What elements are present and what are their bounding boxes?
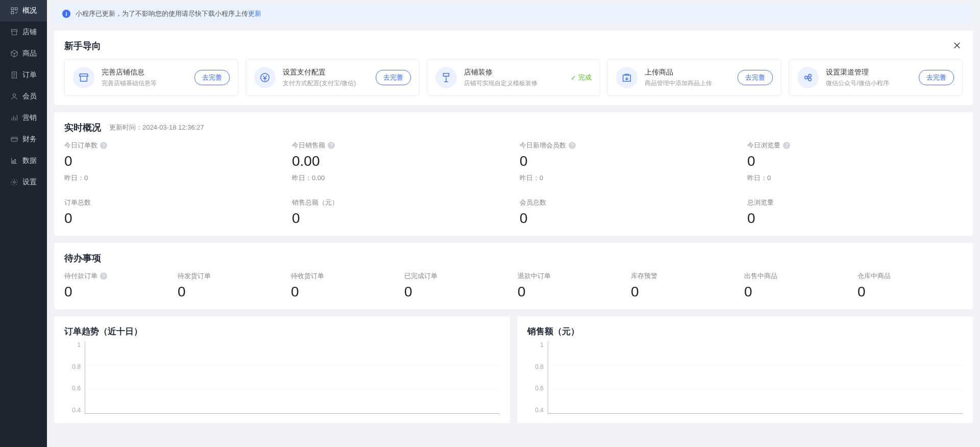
todo-refunding[interactable]: 退款中订单 0 [518, 271, 623, 300]
y-tick: 0.8 [72, 363, 81, 370]
chart-title: 订单趋势（近十日） [64, 326, 500, 337]
sidebar-item-label: 店铺 [22, 28, 37, 37]
todo-completed[interactable]: 已完成订单 0 [404, 271, 509, 300]
stat-label: 订单总数 [64, 198, 91, 207]
settings-icon [10, 178, 18, 186]
sidebar-item-goods[interactable]: 商品 [0, 43, 47, 64]
todo-stock-warning[interactable]: 库存预警 0 [631, 271, 736, 300]
sidebar-item-shop[interactable]: 店铺 [0, 21, 47, 43]
stat-today-sales: 今日销售额? 0.00 昨日：0.00 [292, 141, 507, 183]
help-icon[interactable]: ? [100, 142, 107, 149]
todo-pending-ship[interactable]: 待发货订单 0 [178, 271, 283, 300]
guide-row: 完善店铺信息 完善店铺基础信息等 去完善 设置支付配置 支付方式配置(支付宝/微… [64, 59, 963, 96]
chart-orders-trend: 订单趋势（近十日） 1 0.8 0.6 0.4 [54, 316, 510, 423]
svg-rect-12 [11, 137, 17, 141]
realtime-title: 实时概况 [64, 121, 101, 134]
guide-action-button[interactable]: 去完善 [919, 70, 954, 85]
sidebar-item-data[interactable]: 数据 [0, 150, 47, 171]
todo-value: 0 [631, 284, 736, 300]
guide-item-payment: 设置支付配置 支付方式配置(支付宝/微信) 去完善 [246, 59, 420, 96]
guide-action-button[interactable]: 去完善 [376, 70, 411, 85]
guide-item-desc: 支付方式配置(支付宝/微信) [283, 79, 369, 88]
guide-item-title: 店铺装修 [464, 68, 564, 77]
todo-grid: 待付款订单? 0 待发货订单 0 待收货订单 0 已完成订单 0 退款中订单 [64, 271, 963, 300]
content-scroll[interactable]: 新手导向 完善店铺信息 完善店铺基础信息等 去完善 设 [47, 23, 980, 447]
help-icon[interactable]: ? [328, 142, 335, 149]
stat-label: 销售总额（元） [292, 198, 338, 207]
order-icon [10, 71, 18, 79]
svg-point-7 [13, 94, 15, 96]
svg-point-26 [805, 76, 808, 79]
stat-sub-value: 0 [540, 174, 543, 182]
todo-value: 0 [178, 284, 283, 300]
close-icon [952, 41, 962, 52]
help-icon[interactable]: ? [569, 142, 576, 149]
svg-point-27 [808, 74, 812, 78]
guide-item-desc: 微信公众号/微信小程序 [826, 79, 912, 88]
guide-close-button[interactable] [951, 40, 963, 52]
stat-value: 0 [292, 210, 507, 227]
sidebar-item-orders[interactable]: 订单 [0, 64, 47, 86]
todo-pending-payment[interactable]: 待付款订单? 0 [64, 271, 169, 300]
guide-item-title: 设置渠道管理 [826, 68, 912, 77]
guide-item-desc: 完善店铺基础信息等 [102, 79, 187, 88]
sidebar-item-label: 营销 [22, 113, 37, 122]
chart-row: 订单趋势（近十日） 1 0.8 0.6 0.4 销售额（元） 1 0. [54, 316, 973, 423]
stat-value: 0 [64, 153, 280, 169]
sidebar-item-overview[interactable]: 概况 [0, 0, 47, 21]
sidebar-item-label: 数据 [22, 156, 37, 165]
main: i 小程序已更新，为了不影响您的使用请尽快下载小程序上传更新 新手导向 完善店铺… [47, 0, 980, 447]
guide-done-label: 完成 [578, 73, 592, 82]
chart-plot [548, 341, 963, 414]
todo-pending-receive[interactable]: 待收货订单 0 [291, 271, 396, 300]
data-icon [10, 157, 18, 165]
help-icon[interactable]: ? [783, 142, 790, 149]
sidebar-item-settings[interactable]: 设置 [0, 171, 47, 193]
stat-value: 0 [747, 210, 963, 227]
sidebar-item-marketing[interactable]: 营销 [0, 107, 47, 129]
check-icon: ✓ [571, 74, 576, 82]
sidebar: 概况 店铺 商品 订单 会员 营销 财务 数据 设置 [0, 0, 47, 447]
stat-value: 0 [64, 210, 280, 227]
sidebar-item-label: 商品 [22, 49, 37, 58]
update-alert: i 小程序已更新，为了不影响您的使用请尽快下载小程序上传更新 [54, 4, 973, 23]
sidebar-item-members[interactable]: 会员 [0, 86, 47, 107]
guide-title: 新手导向 [64, 40, 101, 52]
todo-card: 待办事项 待付款订单? 0 待发货订单 0 待收货订单 0 已完成订单 0 [54, 243, 973, 309]
svg-rect-17 [15, 159, 16, 163]
upload-icon [616, 67, 638, 88]
stat-sub-prefix: 昨日： [64, 174, 84, 182]
sidebar-item-finance[interactable]: 财务 [0, 129, 47, 150]
todo-in-warehouse[interactable]: 仓库中商品 0 [857, 271, 963, 300]
chart-y-axis: 1 0.8 0.6 0.4 [64, 341, 85, 414]
stat-total-sales: 销售总额（元） 0 [292, 198, 507, 227]
stat-sub-value: 0 [84, 174, 88, 182]
chart-y-axis: 1 0.8 0.6 0.4 [527, 341, 548, 414]
todo-value: 0 [744, 284, 849, 300]
chart-title: 销售额（元） [527, 326, 963, 337]
stat-total-members: 会员总数 0 [520, 198, 735, 227]
svg-line-30 [807, 78, 809, 79]
realtime-card: 实时概况 更新时间：2024-03-18 12:36:27 今日订单数? 0 昨… [54, 112, 973, 236]
realtime-subtitle-prefix: 更新时间： [109, 123, 142, 131]
guide-action-button[interactable]: 去完善 [738, 70, 773, 85]
sidebar-item-label: 财务 [22, 135, 37, 144]
stat-sub-prefix: 昨日： [292, 174, 312, 182]
help-icon[interactable]: ? [100, 272, 107, 280]
stat-today-orders: 今日订单数? 0 昨日：0 [64, 141, 280, 183]
alert-update-link[interactable]: 更新 [248, 10, 261, 17]
todo-value: 0 [857, 284, 963, 300]
svg-rect-0 [11, 8, 14, 10]
y-tick: 1 [540, 341, 544, 349]
sidebar-item-label: 概况 [22, 6, 37, 15]
chart-area: 1 0.8 0.6 0.4 [527, 337, 963, 414]
stat-label: 今日订单数 [64, 141, 97, 150]
svg-rect-22 [443, 73, 449, 77]
realtime-subtitle: 更新时间：2024-03-18 12:36:27 [109, 123, 204, 132]
y-tick: 0.6 [72, 385, 81, 392]
dashboard-icon [10, 7, 18, 15]
guide-action-button[interactable]: 去完善 [194, 70, 230, 85]
todo-on-sale[interactable]: 出售中商品 0 [744, 271, 849, 300]
todo-label: 待收货订单 [291, 271, 324, 281]
todo-title: 待办事项 [64, 252, 101, 264]
